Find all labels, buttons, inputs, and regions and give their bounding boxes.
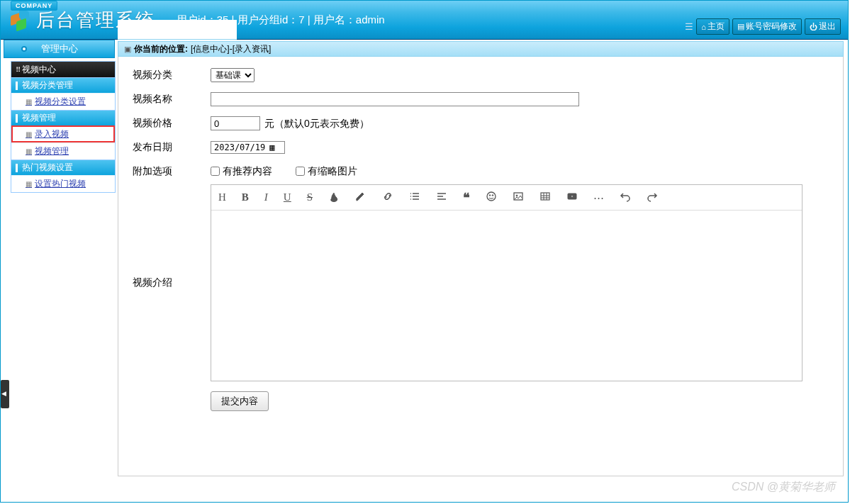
align-icon[interactable]	[436, 191, 447, 204]
heading-icon[interactable]: H	[218, 191, 226, 203]
logo-icon	[11, 10, 30, 30]
logout-button[interactable]: ⏻退出	[805, 18, 841, 35]
sidebar-link-video-mgmt[interactable]: ▦视频管理	[11, 142, 115, 159]
label-date: 发布日期	[133, 141, 211, 154]
sidebar-link-input-video[interactable]: ▦录入视频	[11, 125, 115, 142]
input-price[interactable]	[211, 116, 260, 130]
more-icon[interactable]: ⋯	[593, 191, 604, 204]
italic-icon[interactable]: I	[264, 191, 268, 203]
home-icon: ⌂	[701, 23, 706, 31]
undo-icon[interactable]	[620, 191, 631, 204]
svg-point-2	[492, 195, 493, 196]
image-icon[interactable]	[513, 191, 524, 204]
sidebar-section-video[interactable]: 视频管理	[11, 110, 115, 125]
svg-point-4	[516, 195, 518, 196]
sidebar: ⠿视频中心 视频分类管理 ▦视频分类设置 视频管理 ▦录入视频 ▦视频管理 热门…	[11, 61, 116, 193]
page-icon: ▣	[124, 45, 131, 54]
table-icon[interactable]	[539, 191, 551, 204]
bold-icon[interactable]: B	[242, 191, 249, 203]
doc-icon: ▦	[26, 98, 32, 106]
label-price: 视频价格	[133, 117, 211, 130]
label-category: 视频分类	[133, 69, 211, 82]
label-name: 视频名称	[133, 93, 211, 106]
menu-icon[interactable]: ☰	[685, 21, 693, 32]
price-hint: 元（默认0元表示免费）	[264, 118, 369, 129]
svg-point-1	[489, 195, 491, 196]
calendar-icon: ▦	[269, 142, 274, 152]
list-icon: ▤	[737, 22, 744, 31]
link-icon[interactable]	[382, 191, 393, 204]
mgmt-center-header: 管理中心	[4, 40, 115, 58]
sidebar-section-category[interactable]: 视频分类管理	[11, 77, 115, 93]
sidebar-collapse-handle[interactable]	[1, 380, 9, 408]
svg-rect-5	[541, 193, 549, 200]
input-name[interactable]	[211, 92, 579, 106]
doc-icon: ▦	[26, 130, 32, 138]
checkbox-thumbnail[interactable]	[296, 167, 305, 176]
label-options: 附加选项	[133, 165, 211, 178]
opt1-label: 有推荐内容	[223, 165, 272, 178]
company-tag: COMPANY	[11, 1, 57, 11]
sidebar-section-hot[interactable]: 热门视频设置	[11, 159, 115, 175]
video-icon[interactable]	[566, 191, 578, 204]
doc-icon: ▦	[26, 180, 32, 188]
emoji-icon[interactable]	[486, 191, 497, 204]
content-panel: 视频分类 基础课 视频名称 视频价格 元（默认0元表示免费） 发布日期 2023…	[118, 57, 844, 476]
submit-button[interactable]: 提交内容	[211, 391, 269, 411]
label-intro: 视频介绍	[133, 276, 211, 289]
doc-icon: ▦	[26, 147, 32, 155]
underline-icon[interactable]: U	[284, 191, 291, 203]
editor-toolbar: H B I U S ❝	[211, 185, 802, 211]
quote-icon[interactable]: ❝	[463, 190, 470, 206]
color-icon[interactable]	[328, 191, 340, 204]
breadcrumb: ▣ 你当前的位置: [信息中心]-[录入资讯]	[118, 41, 844, 57]
account-button[interactable]: ▤账号密码修改	[732, 18, 802, 35]
opt2-label: 有缩略图片	[308, 165, 357, 178]
sidebar-title: ⠿视频中心	[11, 62, 115, 77]
rich-editor: H B I U S ❝	[211, 184, 803, 381]
editor-body[interactable]	[211, 211, 802, 381]
checkbox-recommend[interactable]	[211, 167, 220, 176]
redo-icon[interactable]	[647, 191, 658, 204]
strike-icon[interactable]: S	[307, 191, 313, 203]
brush-icon[interactable]	[355, 191, 367, 204]
list-icon[interactable]	[409, 191, 420, 204]
sidebar-link-hot-settings[interactable]: ▦设置热门视频	[11, 175, 115, 192]
sidebar-link-category-settings[interactable]: ▦视频分类设置	[11, 93, 115, 110]
select-category[interactable]: 基础课	[211, 68, 255, 82]
power-icon: ⏻	[810, 23, 817, 31]
watermark: CSDN @黄菊华老师	[732, 480, 835, 495]
grid-icon: ⠿	[16, 66, 19, 74]
input-date[interactable]: 2023/07/19▦	[211, 141, 285, 154]
svg-point-0	[487, 192, 496, 201]
home-button[interactable]: ⌂主页	[696, 18, 729, 35]
